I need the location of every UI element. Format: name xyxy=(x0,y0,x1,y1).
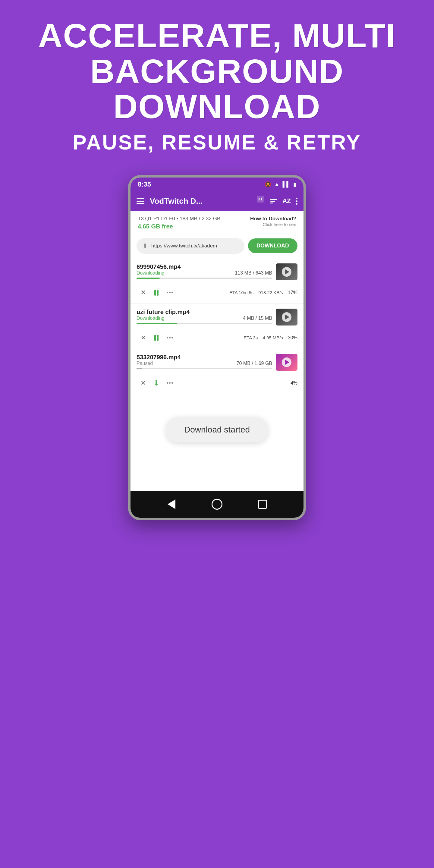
play-icon xyxy=(282,267,291,277)
play-icon xyxy=(282,358,291,367)
item-status-row: Downloading 4 MB / 15 MB xyxy=(136,315,272,321)
item-eta-info: ETA 10m 5s 918.22 KB/s 17% xyxy=(229,290,298,296)
item-eta-info: 4% xyxy=(290,380,298,386)
item-controls: ✕ ETA 3s 4.95 MB/s 30% xyxy=(136,329,298,349)
twitch-icon[interactable] xyxy=(256,195,265,207)
how-to-subtitle: Click here to see xyxy=(250,222,296,227)
item-controls: ✕ ⬇ 4% xyxy=(136,374,298,394)
status-time: 8:35 xyxy=(138,181,151,188)
back-arrow-icon xyxy=(167,499,176,509)
item-controls: ✕ ETA 10m 5s 918.22 KB/s 17% xyxy=(136,284,298,304)
eta-text: ETA 10m 5s xyxy=(229,290,254,295)
filter-icon[interactable] xyxy=(270,199,277,204)
item-status: Downloading xyxy=(136,315,164,321)
app-bar: VodTwitch D... AZ xyxy=(130,191,304,211)
download-button[interactable]: DOWNLOAD xyxy=(248,239,298,253)
download-item: uzi future clip.mp4 Downloading 4 MB / 1… xyxy=(130,304,304,349)
item-status-row: Paused 70 MB / 1.69 GB xyxy=(136,361,272,366)
content-area: T3 Q1 P1 D1 F0 • 183 MB / 2.32 GB 4.65 G… xyxy=(130,211,304,491)
item-size: 113 MB / 643 MB xyxy=(235,270,272,276)
progress-track xyxy=(136,368,272,369)
item-header: 533207996.mp4 Paused 70 MB / 1.69 GB xyxy=(136,354,298,372)
signal-icon: ▌▌ xyxy=(282,181,290,187)
storage-info-text: T3 Q1 P1 D1 F0 • 183 MB / 2.32 GB xyxy=(138,216,220,222)
item-header: uzi future clip.mp4 Downloading 4 MB / 1… xyxy=(136,309,298,327)
url-field[interactable]: ⬇ https://www.twitch.tv/akadem xyxy=(136,238,244,254)
delete-button[interactable]: ✕ xyxy=(136,376,150,390)
download-input-icon: ⬇ xyxy=(143,242,148,250)
kebab-menu-icon[interactable] xyxy=(296,198,298,205)
toast-message: Download started xyxy=(184,425,250,434)
pause-button[interactable] xyxy=(150,286,163,299)
progress-fill xyxy=(136,323,177,324)
mute-icon: 🔕 xyxy=(265,181,271,188)
item-name: 699907456.mp4 xyxy=(136,264,272,270)
hero-title: ACCELERATE, MULTI BACKGROUND DOWNLOAD xyxy=(24,18,410,124)
speed-text: 4.95 MB/s xyxy=(262,335,283,340)
how-to-section[interactable]: How to Download? Click here to see xyxy=(250,216,296,227)
item-header: 699907456.mp4 Downloading 113 MB / 643 M… xyxy=(136,264,298,282)
empty-content-area xyxy=(130,394,304,491)
back-button[interactable] xyxy=(165,498,178,511)
home-button[interactable] xyxy=(210,498,224,511)
storage-left: T3 Q1 P1 D1 F0 • 183 MB / 2.32 GB 4.65 G… xyxy=(138,216,220,230)
pause-button[interactable] xyxy=(150,331,163,344)
hamburger-menu-icon[interactable] xyxy=(136,198,144,204)
app-title: VodTwitch D... xyxy=(150,196,250,206)
item-size: 4 MB / 15 MB xyxy=(243,315,272,321)
item-size: 70 MB / 1.69 GB xyxy=(237,361,272,366)
thumb-inner xyxy=(276,354,298,371)
download-list: 699907456.mp4 Downloading 113 MB / 643 M… xyxy=(130,258,304,394)
hero-section: ACCELERATE, MULTI BACKGROUND DOWNLOAD PA… xyxy=(0,0,434,166)
status-icons: 🔕 ▲ ▌▌ ▮ xyxy=(265,181,296,188)
svg-rect-1 xyxy=(258,198,259,200)
item-status: Paused xyxy=(136,361,153,366)
recents-button[interactable] xyxy=(256,498,269,511)
sort-az-icon[interactable]: AZ xyxy=(282,197,290,205)
thumb-inner xyxy=(276,309,298,326)
how-to-title: How to Download? xyxy=(250,216,296,222)
storage-free-text: 4.65 GB free xyxy=(138,223,220,230)
resume-button[interactable]: ⬇ xyxy=(150,376,163,390)
wifi-icon: ▲ xyxy=(274,181,280,187)
delete-button[interactable]: ✕ xyxy=(136,331,150,344)
item-thumbnail xyxy=(276,354,298,371)
bottom-navigation xyxy=(130,491,304,518)
progress-track xyxy=(136,278,272,279)
eta-text: ETA 3s xyxy=(244,335,258,340)
download-item: 533207996.mp4 Paused 70 MB / 1.69 GB xyxy=(130,349,304,394)
percent-text: 4% xyxy=(290,380,298,386)
item-eta-info: ETA 3s 4.95 MB/s 30% xyxy=(244,335,298,341)
more-options-button[interactable] xyxy=(163,331,176,344)
item-thumbnail xyxy=(276,309,298,326)
item-name: uzi future clip.mp4 xyxy=(136,309,272,315)
item-status: Downloading xyxy=(136,270,164,276)
item-status-row: Downloading 113 MB / 643 MB xyxy=(136,270,272,276)
download-item: 699907456.mp4 Downloading 113 MB / 643 M… xyxy=(130,258,304,304)
recents-square-icon xyxy=(258,500,267,509)
svg-rect-0 xyxy=(257,196,264,202)
speed-text: 918.22 KB/s xyxy=(258,290,283,295)
progress-fill xyxy=(136,278,160,279)
status-bar: 8:35 🔕 ▲ ▌▌ ▮ xyxy=(130,178,304,191)
phone-wrapper: 8:35 🔕 ▲ ▌▌ ▮ VodTwitch D... xyxy=(0,175,434,520)
storage-bar: T3 Q1 P1 D1 F0 • 183 MB / 2.32 GB 4.65 G… xyxy=(130,211,304,233)
percent-text: 17% xyxy=(288,290,298,296)
url-input-area: ⬇ https://www.twitch.tv/akadem DOWNLOAD xyxy=(130,233,304,258)
more-options-button[interactable] xyxy=(163,286,176,299)
item-name: 533207996.mp4 xyxy=(136,354,272,361)
thumb-inner xyxy=(276,264,298,280)
play-icon xyxy=(282,312,291,322)
progress-fill xyxy=(136,368,142,369)
progress-track xyxy=(136,323,272,324)
hero-subtitle: PAUSE, RESUME & RETRY xyxy=(24,130,410,154)
more-options-button[interactable] xyxy=(163,376,176,390)
home-circle-icon xyxy=(212,499,222,510)
delete-button[interactable]: ✕ xyxy=(136,286,150,299)
battery-icon: ▮ xyxy=(293,181,296,188)
percent-text: 30% xyxy=(288,335,298,341)
toast-notification: Download started xyxy=(166,417,268,442)
url-value: https://www.twitch.tv/akadem xyxy=(151,243,217,249)
item-thumbnail xyxy=(276,264,298,280)
phone-mockup: 8:35 🔕 ▲ ▌▌ ▮ VodTwitch D... xyxy=(128,175,306,520)
